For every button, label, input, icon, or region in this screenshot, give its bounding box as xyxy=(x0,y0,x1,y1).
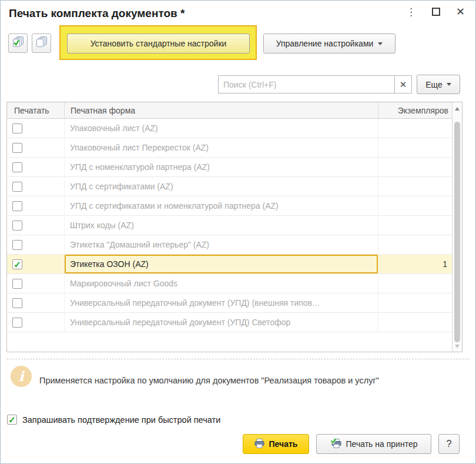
table-row[interactable]: Упаковочный лист (AZ) xyxy=(7,119,452,138)
row-form-name: Маркировочный лист Goods xyxy=(70,279,177,288)
table-row[interactable]: Этикетка "Домашний интерьер" (AZ) xyxy=(7,235,452,255)
printer-check-icon xyxy=(330,438,341,450)
row-form-name: Универсальный передаточный документ (УПД… xyxy=(70,298,320,308)
row-form-name-cell[interactable]: Универсальный передаточный документ (УПД… xyxy=(65,293,378,312)
vertical-scrollbar[interactable] xyxy=(452,102,462,352)
row-checkbox-cell[interactable] xyxy=(7,138,65,157)
table-row[interactable]: УПД с номенклатурой партнера (AZ) xyxy=(7,158,452,177)
row-checkbox[interactable] xyxy=(12,279,22,289)
row-form-name-cell[interactable]: Упаковочный лист (AZ) xyxy=(65,119,378,138)
uncheck-all-button[interactable] xyxy=(32,34,51,53)
table-row[interactable]: Универсальный передаточный документ (УПД… xyxy=(7,293,452,313)
row-copies[interactable] xyxy=(378,313,452,332)
column-header-copies[interactable]: Экземпляров xyxy=(378,102,452,118)
table-row[interactable]: Универсальный передаточный документ (УПД… xyxy=(7,313,452,332)
row-checkbox[interactable] xyxy=(12,162,22,172)
print-button[interactable]: Печать xyxy=(243,434,309,454)
check-all-pages-icon xyxy=(12,36,25,51)
confirm-checkbox-label: Запрашивать подтверждение при быстрой пе… xyxy=(22,415,220,425)
close-icon[interactable]: ✕ xyxy=(456,6,465,17)
dashed-divider xyxy=(6,359,470,359)
row-form-name-cell[interactable]: Универсальный передаточный документ (УПД… xyxy=(65,313,378,332)
default-setting-message: Применяется настройка по умолчанию для д… xyxy=(39,376,379,385)
scrollbar-thumb[interactable] xyxy=(454,122,460,342)
row-checkbox-cell[interactable] xyxy=(7,235,65,254)
row-checkbox-cell[interactable] xyxy=(7,119,65,138)
maximize-icon[interactable] xyxy=(432,8,440,16)
row-form-name-cell[interactable]: УПД с номенклатурой партнера (AZ) xyxy=(65,158,378,176)
row-copies[interactable] xyxy=(378,216,452,235)
row-copies[interactable] xyxy=(378,138,452,157)
row-form-name-cell[interactable]: Этикетка ОЗОН (AZ) xyxy=(65,255,378,273)
row-form-name: УПД с сертификатами (AZ) xyxy=(70,182,173,191)
set-default-settings-button[interactable]: Установить стандартные настройки xyxy=(67,34,250,54)
row-copies[interactable] xyxy=(378,293,452,312)
row-form-name-cell[interactable]: Этикетка "Домашний интерьер" (AZ) xyxy=(65,235,378,254)
row-checkbox[interactable] xyxy=(12,143,22,153)
row-checkbox[interactable] xyxy=(12,259,22,269)
row-form-name-cell[interactable]: Упаковочный лист Перекресток (AZ) xyxy=(65,138,378,157)
table-row[interactable]: УПД с сертификатами и номенклатурой парт… xyxy=(7,196,452,216)
row-checkbox-cell[interactable] xyxy=(7,216,65,235)
row-form-name: УПД с номенклатурой партнера (AZ) xyxy=(70,162,210,172)
row-checkbox-cell[interactable] xyxy=(7,158,65,176)
row-checkbox[interactable] xyxy=(12,201,22,211)
print-to-printer-button[interactable]: Печать на принтер xyxy=(316,434,431,454)
print-button-label: Печать xyxy=(269,439,298,449)
column-header-print[interactable]: Печатать xyxy=(7,102,65,118)
info-icon: i xyxy=(11,366,32,387)
row-copies[interactable]: 1 xyxy=(378,255,452,273)
table-row[interactable]: Штрих коды (AZ) xyxy=(7,216,452,235)
row-checkbox-cell[interactable] xyxy=(7,196,65,215)
row-checkbox-cell[interactable] xyxy=(7,274,65,293)
table-row[interactable]: Маркировочный лист Goods xyxy=(7,274,452,293)
clear-x-icon: ✕ xyxy=(400,79,407,90)
row-checkbox[interactable] xyxy=(12,182,22,192)
table-body: Упаковочный лист (AZ) Упаковочный лист П… xyxy=(7,119,452,352)
row-copies[interactable] xyxy=(378,119,452,138)
row-form-name-cell[interactable]: УПД с сертификатами (AZ) xyxy=(65,177,378,196)
help-button[interactable]: ? xyxy=(438,434,460,454)
row-form-name: Этикетка ОЗОН (AZ) xyxy=(70,259,149,269)
row-checkbox-cell[interactable] xyxy=(7,177,65,196)
page-title: Печать комплекта документов * xyxy=(9,7,185,20)
row-checkbox-cell[interactable] xyxy=(7,313,65,332)
row-copies[interactable] xyxy=(378,158,452,176)
row-copies[interactable] xyxy=(378,274,452,293)
search-clear-button[interactable]: ✕ xyxy=(394,75,412,94)
scroll-up-icon[interactable] xyxy=(455,107,460,111)
scroll-down-icon[interactable] xyxy=(455,345,460,348)
row-checkbox[interactable] xyxy=(12,298,22,308)
row-copies[interactable] xyxy=(378,177,452,196)
print-to-printer-label: Печать на принтер xyxy=(346,439,418,449)
row-checkbox-cell[interactable] xyxy=(7,293,65,312)
row-form-name: УПД с сертификатами и номенклатурой парт… xyxy=(70,201,279,211)
table-row[interactable]: Этикетка ОЗОН (AZ) 1 xyxy=(7,255,452,274)
printer-icon xyxy=(254,439,264,450)
table-row[interactable]: УПД с сертификатами (AZ) xyxy=(7,177,452,196)
print-set-dialog: Печать комплекта документов * ⋮ ✕ Устано xyxy=(0,0,476,464)
row-form-name-cell[interactable]: Маркировочный лист Goods xyxy=(65,274,378,293)
row-checkbox[interactable] xyxy=(12,221,22,231)
column-header-form[interactable]: Печатная форма xyxy=(65,102,378,118)
check-all-button[interactable] xyxy=(8,34,28,53)
row-copies[interactable] xyxy=(378,196,452,215)
more-label: Еще xyxy=(425,80,443,89)
table-row[interactable]: Упаковочный лист Перекресток (AZ) xyxy=(7,138,452,158)
manage-settings-button[interactable]: Управление настройками xyxy=(263,34,395,54)
print-forms-table: Печатать Печатная форма Экземпляров Упак… xyxy=(6,102,462,352)
search-input[interactable] xyxy=(218,75,395,94)
row-form-name-cell[interactable]: Штрих коды (AZ) xyxy=(65,216,378,235)
confirm-checkbox-row[interactable]: Запрашивать подтверждение при быстрой пе… xyxy=(7,415,220,425)
row-copies[interactable] xyxy=(378,235,452,254)
row-form-name-cell[interactable]: УПД с сертификатами и номенклатурой парт… xyxy=(65,196,378,215)
row-form-name: Универсальный передаточный документ (УПД… xyxy=(70,318,290,327)
row-checkbox-cell[interactable] xyxy=(7,255,65,273)
row-checkbox[interactable] xyxy=(12,123,22,133)
blank-pages-icon xyxy=(35,36,48,51)
row-checkbox[interactable] xyxy=(12,318,22,328)
kebab-menu-icon[interactable]: ⋮ xyxy=(406,7,416,17)
more-button[interactable]: Еще xyxy=(417,75,460,94)
confirm-checkbox[interactable] xyxy=(7,415,17,425)
row-checkbox[interactable] xyxy=(12,240,22,250)
